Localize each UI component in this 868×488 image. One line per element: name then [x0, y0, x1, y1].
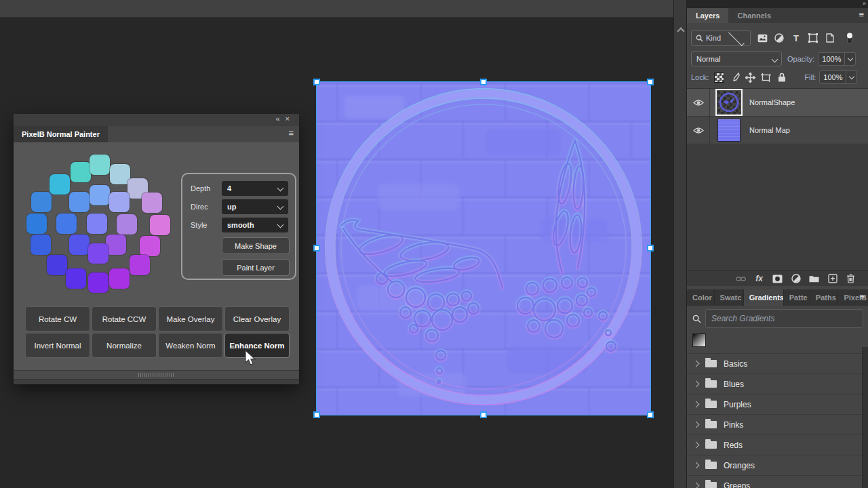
chevron-right-icon[interactable]: [693, 422, 700, 428]
style-select[interactable]: smooth: [222, 218, 288, 232]
layer-style-fx-icon[interactable]: fx: [754, 274, 764, 284]
transform-handle-middle-left[interactable]: [313, 245, 320, 251]
search-gradients-input[interactable]: [705, 309, 863, 328]
filter-smart-object-icon[interactable]: [825, 33, 835, 43]
action-invert-normal-button[interactable]: Invert Normal: [25, 333, 90, 358]
panel-tab-title[interactable]: PixelB Normal Painter: [14, 126, 108, 142]
delete-layer-trash-icon[interactable]: [846, 274, 856, 284]
normal-color-swatch-15[interactable]: [31, 235, 51, 255]
tab-swatc[interactable]: Swatc: [715, 289, 744, 306]
filter-adjustment-icon[interactable]: [774, 33, 785, 43]
gradient-folder-blues[interactable]: Blues: [687, 373, 868, 394]
normal-color-swatch-13[interactable]: [117, 214, 137, 235]
normal-color-swatch-12[interactable]: [87, 214, 107, 234]
gradient-folder-basics[interactable]: Basics: [687, 353, 868, 373]
gradient-folder-purples[interactable]: Purples: [687, 394, 868, 414]
make-shape-button[interactable]: Make Shape: [222, 237, 290, 254]
lock-pixels-brush-icon[interactable]: [730, 73, 740, 83]
normal-color-swatch-5[interactable]: [90, 185, 110, 205]
layers-panel-menu-icon[interactable]: ≡: [859, 9, 864, 20]
gradients-panel-menu-icon[interactable]: ≡: [859, 291, 865, 302]
normal-color-swatch-24[interactable]: [88, 272, 108, 293]
action-normalize-button[interactable]: Normalize: [92, 333, 157, 358]
layer-row-normalshape[interactable]: NormalShape: [687, 89, 868, 117]
normal-color-swatch-20[interactable]: [47, 255, 67, 275]
normal-color-swatch-8[interactable]: [31, 192, 52, 212]
action-make-overlay-button[interactable]: Make Overlay: [158, 306, 223, 331]
fill-value[interactable]: 100%: [819, 70, 846, 84]
chevron-right-icon[interactable]: [693, 483, 700, 488]
lock-position-move-icon[interactable]: [745, 73, 755, 83]
chevron-right-icon[interactable]: [693, 381, 700, 388]
normal-color-swatch-16[interactable]: [69, 235, 90, 255]
tab-layers[interactable]: Layers: [687, 8, 728, 23]
action-clear-overlay-button[interactable]: Clear Overlay: [224, 306, 290, 331]
chevron-right-icon[interactable]: [693, 401, 700, 408]
chevron-right-icon[interactable]: [693, 442, 700, 449]
lock-all-icon[interactable]: [776, 73, 787, 83]
gradient-folder-greens[interactable]: Greens: [687, 475, 868, 488]
new-layer-icon[interactable]: [827, 274, 837, 284]
transform-handle-bottom-right[interactable]: [647, 411, 654, 418]
panel-resize-grip[interactable]: [14, 370, 299, 379]
tab-paths[interactable]: Paths: [810, 289, 839, 306]
gradient-folder-pinks[interactable]: Pinks: [687, 414, 868, 434]
depth-select[interactable]: 4: [222, 181, 288, 196]
chevron-right-icon[interactable]: [693, 462, 700, 469]
layer-thumbnail-normalshape[interactable]: [717, 91, 741, 114]
tab-channels[interactable]: Channels: [728, 8, 780, 23]
lock-transparency-icon[interactable]: [714, 73, 724, 83]
normal-color-swatch-11[interactable]: [56, 214, 77, 234]
chevron-right-icon[interactable]: [693, 361, 700, 367]
paint-layer-button[interactable]: Paint Layer: [222, 259, 290, 276]
panel-menu-icon[interactable]: ≡: [288, 128, 294, 138]
new-group-folder-icon[interactable]: [809, 274, 819, 284]
opacity-value[interactable]: 100%: [818, 52, 845, 66]
tab-patte[interactable]: Patte: [784, 289, 810, 306]
normal-color-swatch-9[interactable]: [142, 192, 162, 213]
filter-kind-select[interactable]: Kind: [691, 30, 751, 46]
normal-color-swatch-1[interactable]: [90, 155, 110, 175]
normal-color-swatch-22[interactable]: [66, 268, 86, 289]
transform-handle-bottom-left[interactable]: [313, 411, 320, 418]
transform-handle-top-right[interactable]: [647, 79, 654, 85]
layer-name[interactable]: Normal Map: [749, 126, 790, 134]
document-canvas[interactable]: [317, 82, 650, 415]
normal-color-swatch-7[interactable]: [109, 192, 130, 212]
filter-image-icon[interactable]: [757, 33, 768, 43]
normal-color-swatch-23[interactable]: [109, 268, 130, 289]
transform-handle-bottom-center[interactable]: [480, 411, 487, 418]
link-layers-icon[interactable]: [736, 274, 746, 284]
filter-type-icon[interactable]: T: [791, 33, 802, 43]
transform-handle-top-left[interactable]: [313, 79, 320, 85]
gradients-scrollbar[interactable]: [862, 347, 868, 488]
fill-dropdown[interactable]: [846, 70, 857, 84]
normal-color-swatch-10[interactable]: [26, 214, 47, 234]
normal-color-swatch-18[interactable]: [140, 236, 160, 256]
normal-color-swatch-19[interactable]: [88, 243, 108, 264]
blend-mode-select[interactable]: Normal: [691, 52, 782, 66]
layer-row-normal-map[interactable]: Normal Map: [687, 117, 868, 144]
transform-handle-middle-right[interactable]: [647, 245, 654, 251]
filter-toggle-icon[interactable]: [844, 33, 855, 43]
scroll-up-icon[interactable]: [677, 27, 684, 35]
action-weaken-norm-button[interactable]: Weaken Norm: [158, 333, 223, 358]
lock-artboard-icon[interactable]: [761, 73, 771, 83]
panel-close-icon[interactable]: ×: [285, 115, 295, 123]
panel-collapse-icon[interactable]: «: [275, 115, 285, 123]
direction-select[interactable]: up: [222, 199, 288, 214]
gradient-preset-thumbnail[interactable]: [692, 333, 706, 347]
layer-name[interactable]: NormalShape: [749, 98, 795, 106]
normal-color-swatch-0[interactable]: [71, 162, 91, 182]
normal-color-swatch-3[interactable]: [50, 174, 70, 195]
opacity-dropdown[interactable]: [845, 52, 856, 66]
tab-gradients[interactable]: Gradients: [744, 289, 784, 306]
canvas-vertical-scrollbar[interactable]: [673, 0, 687, 488]
normal-color-swatch-21[interactable]: [130, 255, 150, 275]
gradient-folder-reds[interactable]: Reds: [687, 434, 868, 455]
action-rotate-ccw-button[interactable]: Rotate CCW: [92, 306, 157, 331]
layer-mask-icon[interactable]: [772, 274, 783, 284]
tab-color[interactable]: Color: [687, 289, 715, 306]
normal-color-swatch-14[interactable]: [150, 215, 170, 235]
gradient-folder-oranges[interactable]: Oranges: [687, 455, 868, 475]
